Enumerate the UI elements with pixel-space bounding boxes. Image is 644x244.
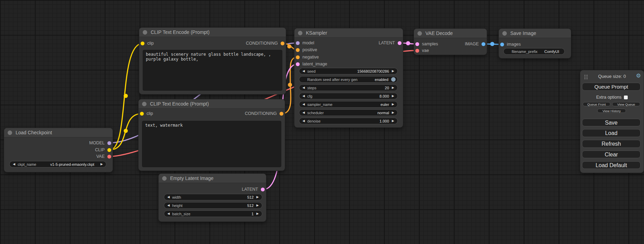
node-title-bar[interactable]: KSampler [294, 28, 403, 38]
queue-panel[interactable]: Queue size: 0 ⚙ Queue Prompt Extra optio… [580, 70, 644, 173]
load-button[interactable]: Load [582, 129, 641, 137]
graph-canvas[interactable]: Load Checkpoint MODEL CLIP VAE ◀ ckpt_na… [0, 0, 644, 244]
node-title-bar[interactable]: VAE Decode [414, 29, 487, 38]
widget-steps[interactable]: ◀ steps 20 ▶ [299, 84, 398, 91]
output-slot-model[interactable]: MODEL [89, 139, 111, 146]
node-load-checkpoint[interactable]: Load Checkpoint MODEL CLIP VAE ◀ ckpt_na… [4, 128, 113, 172]
input-slot-clip[interactable]: clip [141, 40, 154, 47]
node-clip-text-encode-negative[interactable]: CLIP Text Encode (Prompt) clip CONDITION… [139, 99, 285, 171]
slot-dot-vae-icon[interactable] [415, 49, 419, 53]
decrement-arrow-icon[interactable]: ◀ [13, 161, 15, 168]
refresh-button[interactable]: Refresh [582, 140, 641, 148]
collapse-dot-icon[interactable] [8, 130, 12, 135]
increment-arrow-icon[interactable]: ▶ [100, 161, 103, 168]
widget-seed[interactable]: ◀ seed 156680208700286 ▶ [299, 68, 398, 74]
slot-dot-latent-icon[interactable] [415, 42, 419, 46]
slot-dot-conditioning-icon[interactable] [296, 48, 300, 52]
node-title-bar[interactable]: CLIP Text Encode (Prompt) [139, 28, 286, 37]
increment-arrow-icon[interactable]: ▶ [392, 93, 394, 99]
slot-dot-vae-icon[interactable] [107, 155, 111, 159]
collapse-dot-icon[interactable] [298, 31, 302, 35]
save-button[interactable]: Save [582, 119, 641, 126]
widget-cfg[interactable]: ◀ cfg 8.000 ▶ [299, 93, 398, 99]
output-slot-conditioning[interactable]: CONDITIONING [245, 110, 283, 117]
widget-filename-prefix[interactable]: filename_prefix ComfyUI [503, 48, 565, 55]
queue-prompt-button[interactable]: Queue Prompt [582, 83, 641, 91]
collapse-dot-icon[interactable] [502, 31, 507, 36]
node-ksampler[interactable]: KSampler model positive negative latent_… [294, 28, 403, 127]
decrement-arrow-icon[interactable]: ◀ [302, 93, 305, 99]
prompt-textarea[interactable]: text, watermark [142, 121, 281, 167]
clear-button[interactable]: Clear [582, 151, 641, 158]
decrement-arrow-icon[interactable]: ◀ [302, 84, 305, 91]
slot-dot-conditioning-icon[interactable] [280, 112, 283, 116]
collapse-dot-icon[interactable] [142, 102, 147, 106]
increment-arrow-icon[interactable]: ▶ [392, 109, 394, 116]
slot-dot-latent-icon[interactable] [261, 188, 265, 191]
widget-width[interactable]: ◀ width 512 ▶ [164, 194, 262, 200]
slot-dot-clip-icon[interactable] [141, 42, 144, 45]
prompt-textarea[interactable]: beautiful scenery nature glass bottle la… [143, 50, 282, 91]
widget-height[interactable]: ◀ height 512 ▶ [164, 202, 262, 209]
output-slot-latent[interactable]: LATENT [379, 39, 402, 46]
decrement-arrow-icon[interactable]: ◀ [302, 68, 305, 74]
increment-arrow-icon[interactable]: ▶ [392, 101, 394, 108]
input-slot-positive[interactable]: positive [296, 46, 317, 53]
widget-batch-size[interactable]: ◀ batch_size 1 ▶ [164, 210, 262, 217]
slot-dot-conditioning-icon[interactable] [296, 55, 300, 59]
output-slot-image[interactable]: IMAGE [465, 40, 485, 47]
increment-arrow-icon[interactable]: ▶ [256, 202, 259, 209]
decrement-arrow-icon[interactable]: ◀ [302, 101, 305, 108]
decrement-arrow-icon[interactable]: ◀ [302, 109, 305, 116]
increment-arrow-icon[interactable]: ▶ [392, 84, 394, 91]
node-title-bar[interactable]: Load Checkpoint [4, 128, 113, 137]
slot-dot-clip-icon[interactable] [107, 148, 111, 152]
input-slot-vae[interactable]: vae [415, 47, 429, 54]
increment-arrow-icon[interactable]: ▶ [392, 118, 394, 124]
widget-denoise[interactable]: ◀ denoise 1.000 ▶ [299, 118, 398, 124]
widget-random-seed-toggle[interactable]: Random seed after every gen enabled [299, 76, 398, 83]
slot-dot-conditioning-icon[interactable] [281, 42, 284, 45]
slot-dot-image-icon[interactable] [500, 43, 504, 46]
node-empty-latent-image[interactable]: Empty Latent Image LATENT ◀ width 512 ▶ … [159, 174, 266, 222]
slot-dot-latent-icon[interactable] [398, 41, 402, 45]
decrement-arrow-icon[interactable]: ◀ [302, 118, 305, 124]
node-clip-text-encode-positive[interactable]: CLIP Text Encode (Prompt) clip CONDITION… [139, 28, 286, 94]
toggle-circle-icon[interactable] [391, 77, 396, 82]
slot-dot-latent-icon[interactable] [296, 62, 300, 66]
extra-options-checkbox[interactable] [624, 96, 628, 99]
decrement-arrow-icon[interactable]: ◀ [167, 210, 170, 217]
slot-dot-clip-icon[interactable] [140, 112, 144, 116]
node-save-image[interactable]: Save Image images filename_prefix ComfyU… [499, 29, 571, 58]
settings-gear-icon[interactable]: ⚙ [636, 73, 641, 79]
view-queue-button[interactable]: View Queue [612, 102, 640, 106]
output-slot-clip[interactable]: CLIP [95, 146, 111, 153]
increment-arrow-icon[interactable]: ▶ [256, 194, 259, 200]
input-slot-negative[interactable]: negative [296, 54, 319, 61]
queue-front-button[interactable]: Queue Front [583, 102, 610, 106]
slot-dot-image-icon[interactable] [482, 42, 485, 46]
view-history-button[interactable]: View History [597, 109, 626, 113]
input-slot-latent-image[interactable]: latent_image [296, 61, 327, 67]
collapse-dot-icon[interactable] [162, 176, 167, 181]
input-slot-images[interactable]: images [500, 41, 521, 48]
input-slot-model[interactable]: model [296, 39, 314, 46]
slot-dot-model-icon[interactable] [296, 41, 300, 45]
collapse-dot-icon[interactable] [143, 30, 147, 35]
node-title-bar[interactable]: CLIP Text Encode (Prompt) [139, 99, 285, 109]
load-default-button[interactable]: Load Default [582, 161, 641, 169]
collapse-dot-icon[interactable] [417, 31, 422, 36]
widget-sampler-name[interactable]: ◀ sampler_name euler ▶ [299, 101, 398, 108]
decrement-arrow-icon[interactable]: ◀ [167, 194, 170, 200]
decrement-arrow-icon[interactable]: ◀ [167, 202, 170, 209]
widget-scheduler[interactable]: ◀ scheduler normal ▶ [299, 109, 398, 116]
input-slot-samples[interactable]: samples [415, 40, 438, 47]
slot-dot-model-icon[interactable] [107, 141, 111, 145]
node-title-bar[interactable]: Save Image [499, 29, 571, 38]
output-slot-vae[interactable]: VAE [96, 153, 111, 160]
increment-arrow-icon[interactable]: ▶ [392, 68, 394, 74]
increment-arrow-icon[interactable]: ▶ [256, 210, 259, 217]
node-vae-decode[interactable]: VAE Decode samples vae IMAGE [414, 29, 487, 55]
input-slot-clip[interactable]: clip [140, 110, 153, 117]
output-slot-conditioning[interactable]: CONDITIONING [246, 40, 284, 47]
